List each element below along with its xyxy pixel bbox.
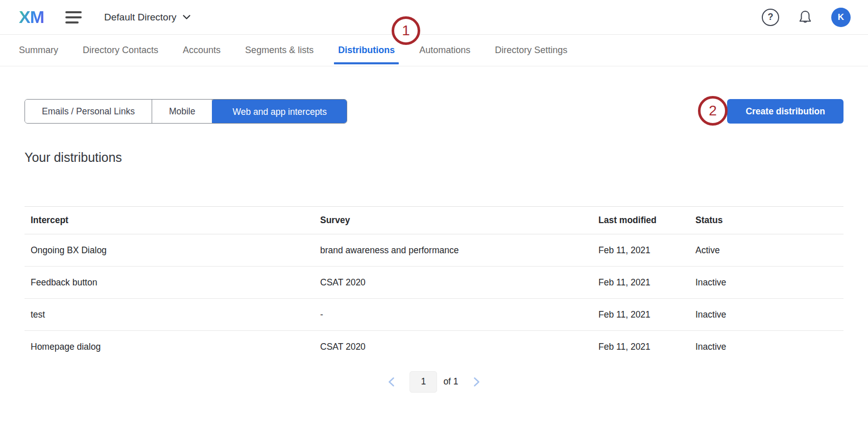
cell-last-modified: Feb 11, 2021 <box>592 234 689 267</box>
tab-summary[interactable]: Summary <box>19 35 58 66</box>
cell-status: Inactive <box>689 267 843 299</box>
tab-automations[interactable]: Automations <box>419 35 470 66</box>
main-content: Emails / Personal Links Mobile Web and a… <box>0 99 868 393</box>
directory-selector[interactable]: Default Directory <box>104 12 190 23</box>
chevron-down-icon <box>183 15 190 19</box>
cell-last-modified: Feb 11, 2021 <box>592 299 689 331</box>
pagination: 1 of 1 <box>25 371 843 393</box>
table-row[interactable]: Ongoing BX Dialog brand awareness and pe… <box>25 234 843 267</box>
cell-intercept: Ongoing BX Dialog <box>25 234 314 267</box>
tab-distributions[interactable]: Distributions <box>338 35 395 66</box>
column-header-intercept: Intercept <box>25 207 314 234</box>
cell-survey: CSAT 2020 <box>314 331 592 363</box>
page-title: Your distributions <box>25 150 843 165</box>
cell-last-modified: Feb 11, 2021 <box>592 267 689 299</box>
directory-selector-label: Default Directory <box>104 12 177 23</box>
table-row[interactable]: Feedback button CSAT 2020 Feb 11, 2021 I… <box>25 267 843 299</box>
table-row[interactable]: test - Feb 11, 2021 Inactive <box>25 299 843 331</box>
distribution-type-segmented-control: Emails / Personal Links Mobile Web and a… <box>25 99 347 124</box>
top-bar: XM Default Directory ? K <box>0 0 868 35</box>
cell-survey: brand awareness and performance <box>314 234 592 267</box>
cell-intercept: Feedback button <box>25 267 314 299</box>
previous-page-icon[interactable] <box>384 374 398 390</box>
page-count-label: of 1 <box>443 376 458 387</box>
cell-status: Inactive <box>689 331 843 363</box>
cell-survey: - <box>314 299 592 331</box>
next-page-icon[interactable] <box>470 374 484 390</box>
table-header-row: Intercept Survey Last modified Status <box>25 207 843 234</box>
tab-directory-settings[interactable]: Directory Settings <box>495 35 567 66</box>
hamburger-menu-icon[interactable] <box>65 11 82 23</box>
tab-accounts[interactable]: Accounts <box>183 35 221 66</box>
cell-status: Inactive <box>689 299 843 331</box>
cell-survey: CSAT 2020 <box>314 267 592 299</box>
annotation-circle-1: 1 <box>392 16 420 45</box>
create-distribution-button[interactable]: Create distribution <box>727 99 843 124</box>
column-header-survey: Survey <box>314 207 592 234</box>
cell-last-modified: Feb 11, 2021 <box>592 331 689 363</box>
directory-tab-bar: Summary Directory Contacts Accounts Segm… <box>0 35 868 66</box>
help-icon[interactable]: ? <box>762 9 779 26</box>
notifications-bell-icon[interactable] <box>798 9 813 26</box>
distributions-table: Intercept Survey Last modified Status On… <box>25 206 843 363</box>
cell-status: Active <box>689 234 843 267</box>
topbar-actions: ? K <box>762 8 851 27</box>
segment-web-app-intercepts[interactable]: Web and app intercepts <box>212 99 347 124</box>
segment-mobile[interactable]: Mobile <box>152 100 213 123</box>
column-header-status: Status <box>689 207 843 234</box>
column-header-last-modified: Last modified <box>592 207 689 234</box>
segment-emails-personal-links[interactable]: Emails / Personal Links <box>25 100 152 123</box>
current-page-input[interactable]: 1 <box>409 371 437 393</box>
table-row[interactable]: Homepage dialog CSAT 2020 Feb 11, 2021 I… <box>25 331 843 363</box>
annotation-circle-2: 2 <box>698 96 728 126</box>
user-avatar[interactable]: K <box>831 8 851 27</box>
cell-intercept: Homepage dialog <box>25 331 314 363</box>
tab-segments-lists[interactable]: Segments & lists <box>245 35 314 66</box>
xm-logo[interactable]: XM <box>19 7 44 27</box>
tab-directory-contacts[interactable]: Directory Contacts <box>83 35 158 66</box>
cell-intercept: test <box>25 299 314 331</box>
